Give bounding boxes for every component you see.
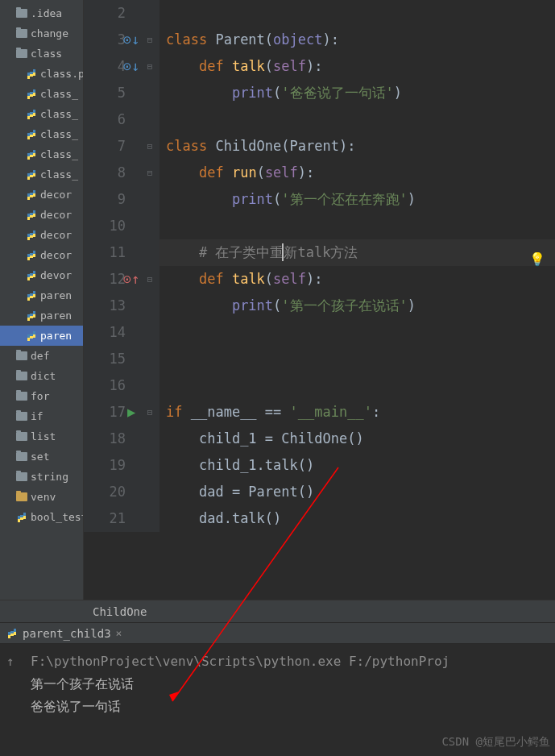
line-number: 2 <box>84 0 126 27</box>
tree-item-def[interactable]: def <box>0 346 83 366</box>
python-icon <box>26 250 37 261</box>
tree-item-set[interactable]: set <box>0 447 83 467</box>
line-number: 15 <box>84 346 126 372</box>
python-icon <box>26 149 37 160</box>
line-number: 20 <box>84 479 126 505</box>
tree-item-paren[interactable]: paren <box>0 305 83 326</box>
python-icon <box>26 290 37 301</box>
tree-item-class_[interactable]: class_ <box>0 164 83 185</box>
run-tab[interactable]: parent_child3 × <box>0 627 128 640</box>
tree-label: bool_test <box>31 511 84 523</box>
line-number: 16 <box>84 372 126 399</box>
tree-label: decor <box>40 229 72 241</box>
tree-item-if[interactable]: if <box>0 406 83 426</box>
tree-item-decor[interactable]: decor <box>0 245 83 265</box>
console-output-line: 爸爸说了一句话 <box>31 696 555 718</box>
tree-item-list[interactable]: list <box>0 426 83 447</box>
tree-item-class[interactable]: class <box>0 44 83 64</box>
folder-icon <box>16 412 27 421</box>
tree-label: class <box>31 48 62 60</box>
close-icon[interactable]: × <box>116 627 122 639</box>
tree-item-paren[interactable]: paren <box>0 326 83 346</box>
tree-label: venv <box>31 491 56 503</box>
line-number: 17 <box>84 399 126 426</box>
console-output-line: 第一个孩子在说话 <box>31 673 555 696</box>
tree-item-dict[interactable]: dict <box>0 366 83 386</box>
line-number: 3 <box>84 27 126 53</box>
python-icon <box>26 69 37 80</box>
line-number: 4 <box>84 53 126 80</box>
fold-icon[interactable]: ⊟ <box>147 53 153 80</box>
line-number: 10 <box>84 213 126 239</box>
run-console[interactable]: ↑ F:\pythonProject\venv\Scripts\python.e… <box>0 643 555 756</box>
folder-icon <box>16 392 27 401</box>
tree-label: paren <box>40 330 72 342</box>
tree-label: string <box>31 471 68 483</box>
tree-item-venv[interactable]: venv <box>0 487 83 507</box>
tree-label: change <box>31 27 68 39</box>
tree-label: devor <box>40 269 72 281</box>
tree-label: if <box>31 410 43 422</box>
line-number: 21 <box>84 505 126 532</box>
tree-item-bool_test[interactable]: bool_test <box>0 507 83 527</box>
console-up-icon[interactable]: ↑ <box>6 650 14 673</box>
lightbulb-icon[interactable]: 💡 <box>529 246 545 272</box>
tree-item-decor[interactable]: decor <box>0 205 83 225</box>
tree-label: class_ <box>40 108 78 120</box>
python-icon <box>26 169 37 181</box>
tree-item-class_[interactable]: class_ <box>0 84 83 104</box>
tree-item-class_[interactable]: class_ <box>0 104 83 124</box>
override-up-icon[interactable]: ⊙↑ <box>123 266 139 293</box>
tree-label: class_ <box>40 128 78 140</box>
tree-item-class.p[interactable]: class.p <box>0 64 83 84</box>
folder-icon <box>16 452 27 461</box>
tree-label: class_ <box>40 168 78 181</box>
tree-label: .idea <box>31 7 62 19</box>
folder-icon <box>16 492 27 501</box>
folder-icon <box>16 432 27 441</box>
line-number: 11 <box>84 239 126 266</box>
tree-item-class_[interactable]: class_ <box>0 144 83 164</box>
tree-item-paren[interactable]: paren <box>0 285 83 305</box>
tree-item-string[interactable]: string <box>0 467 83 487</box>
override-down-icon[interactable]: ⊙↓ <box>123 53 139 80</box>
tree-item-.idea[interactable]: .idea <box>0 3 83 23</box>
tree-item-decor[interactable]: decor <box>0 185 83 205</box>
tree-label: class.p <box>40 68 84 80</box>
override-down-icon[interactable]: ⊙↓ <box>123 27 139 53</box>
folder-icon <box>16 351 27 360</box>
tree-label: dict <box>31 370 56 382</box>
tree-item-devor[interactable]: devor <box>0 265 83 285</box>
code-editor[interactable]: 23456789101112131415161718192021 ⊟⊟⊟⊟⊟⊟ … <box>84 0 555 600</box>
line-number: 18 <box>84 426 126 452</box>
tree-item-class_[interactable]: class_ <box>0 124 83 144</box>
python-icon <box>26 189 37 201</box>
tree-label: set <box>31 451 49 463</box>
tree-item-decor[interactable]: decor <box>0 225 83 245</box>
line-number: 19 <box>84 452 126 479</box>
tree-label: list <box>31 430 56 442</box>
tree-item-for[interactable]: for <box>0 386 83 406</box>
tree-item-change[interactable]: change <box>0 23 83 44</box>
line-number: 5 <box>84 80 126 106</box>
tree-label: for <box>31 390 49 402</box>
line-number: 8 <box>84 160 126 186</box>
fold-icon[interactable]: ⊟ <box>147 160 153 186</box>
run-icon[interactable]: ▶ <box>127 399 135 426</box>
line-number: 12 <box>84 266 126 293</box>
watermark: CSDN @短尾巴小鳄鱼 <box>441 730 550 753</box>
code-content[interactable]: class Parent(object): def talk(self): pr… <box>159 0 555 532</box>
fold-icon[interactable]: ⊟ <box>147 399 153 426</box>
fold-icon[interactable]: ⊟ <box>147 133 153 160</box>
python-icon <box>26 109 37 120</box>
fold-column[interactable]: ⊟⊟⊟⊟⊟⊟ <box>140 0 159 532</box>
fold-icon[interactable]: ⊟ <box>147 27 153 53</box>
line-number: 13 <box>84 293 126 319</box>
fold-icon[interactable]: ⊟ <box>147 266 153 293</box>
folder-icon <box>16 49 27 58</box>
run-tool-tabs[interactable]: parent_child3 × <box>0 622 555 643</box>
tree-label: class_ <box>40 88 78 100</box>
folder-icon <box>16 372 27 380</box>
breadcrumb[interactable]: ChildOne <box>0 600 555 622</box>
project-tree[interactable]: .ideachangeclassclass.pclass_class_class… <box>0 0 84 600</box>
